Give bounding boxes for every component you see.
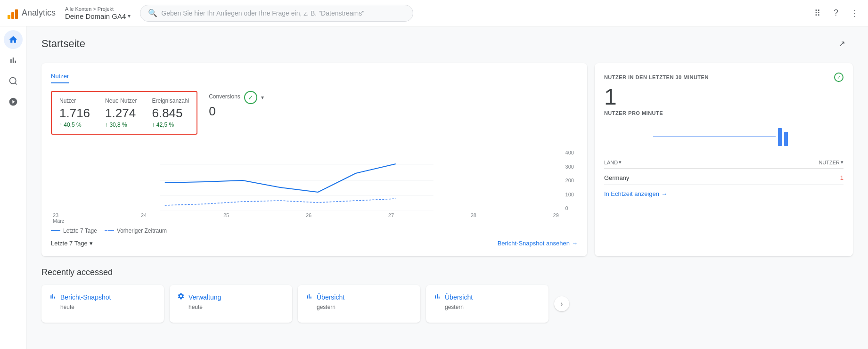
recent-name-0: Bericht-Snapshot [60, 293, 111, 301]
recent-name-1: Verwaltung [188, 293, 221, 301]
breadcrumb: Alle Konten > Projekt Deine Domain GA4 ▾ [65, 6, 131, 20]
realtime-count: 1 [604, 86, 843, 108]
metric-neue-nutzer: Neue Nutzer 1.274 30,8 % [105, 97, 137, 128]
metric-ereignisanzahl-label: Ereignisanzahl [152, 97, 189, 104]
metric-nutzer-label: Nutzer [59, 97, 90, 104]
metric-ereignisanzahl-value: 6.845 [152, 106, 189, 121]
page-header: Startseite ↗ [41, 38, 853, 50]
breadcrumb-domain[interactable]: Deine Domain GA4 ▾ [65, 12, 131, 20]
customize-icon[interactable]: ↗ [838, 39, 845, 49]
tab-nutzer[interactable]: Nutzer [51, 73, 69, 83]
y-axis: 400 300 200 100 0 [562, 150, 578, 211]
metric-ereignisanzahl-change: 42,5 % [152, 122, 189, 128]
realtime-header: NUTZER IN DEN LETZTEN 30 MINUTEN ✓ [604, 73, 843, 82]
app-title: Analytics [22, 8, 56, 18]
svg-rect-8 [778, 128, 782, 146]
sidebar-item-reports[interactable] [4, 51, 23, 70]
metric-conversions-label: Conversions [209, 93, 240, 100]
recently-accessed-title: Recently accessed [41, 268, 853, 277]
recent-icon-3 [434, 292, 441, 302]
apps-icon[interactable]: ⠿ [811, 8, 823, 18]
country-count: 1 [840, 174, 843, 181]
analytics-logo [8, 8, 18, 19]
country-table-header: LAND ▾ NUTZER ▾ [604, 159, 843, 169]
legend-line-dashed [105, 230, 114, 231]
search-placeholder: Geben Sie hier Ihr Anliegen oder Ihre Fr… [161, 9, 364, 17]
y-label-100: 100 [565, 192, 574, 197]
y-label-300: 300 [565, 164, 574, 170]
metric-neue-nutzer-change: 30,8 % [105, 122, 137, 128]
realtime-title: NUTZER IN DEN LETZTEN 30 MINUTEN [604, 74, 709, 80]
sidebar-item-advertising[interactable] [4, 92, 23, 111]
more-icon[interactable]: ⋮ [849, 8, 860, 18]
recent-icon-0 [49, 292, 57, 302]
recent-icon-1 [177, 292, 185, 302]
metric-nutzer: Nutzer 1.716 40,5 % [59, 97, 90, 128]
breadcrumb-top: Alle Konten > Projekt [65, 6, 131, 12]
recent-icon-2 [305, 292, 313, 302]
card-tab-bar: Nutzer [51, 73, 69, 83]
svg-line-1 [15, 83, 16, 85]
metric-neue-nutzer-value: 1.274 [105, 106, 137, 121]
y-label-400: 400 [565, 150, 574, 155]
mini-chart-area [604, 123, 843, 152]
search-bar[interactable]: 🔍 Geben Sie hier Ihr Anliegen oder Ihre … [140, 5, 413, 22]
metric-conversions-section: Conversions ✓ ▾ 0 [209, 91, 264, 119]
metric-conversions-value: 0 [209, 104, 264, 119]
chevron-right-icon: › [560, 300, 563, 308]
top-header: Analytics Alle Konten > Projekt Deine Do… [0, 0, 868, 26]
logo-area: Analytics [8, 8, 56, 19]
recent-name-2: Übersicht [317, 293, 344, 301]
arrow-right-icon: → [572, 240, 578, 247]
col-header-land[interactable]: LAND ▾ [604, 159, 622, 165]
chevron-down-icon: ▾ [128, 13, 131, 19]
metric-nutzer-change: 40,5 % [59, 122, 90, 128]
chart-svg [51, 150, 562, 211]
time-selector-label: Letzte 7 Tage [51, 240, 88, 247]
x-label-24: 24 [141, 212, 147, 224]
recent-card-0[interactable]: Bericht-Snapshot heute [41, 285, 164, 323]
recent-card-1[interactable]: Verwaltung heute [170, 285, 292, 323]
x-label-27: 27 [388, 212, 394, 224]
x-label-28: 28 [471, 212, 476, 224]
chart-x-labels: 23März 24 25 26 27 28 29 [51, 212, 578, 224]
x-label-26: 26 [306, 212, 311, 224]
metric-nutzer-value: 1.716 [59, 106, 90, 121]
sort-icon-users: ▾ [841, 159, 843, 165]
help-icon[interactable]: ? [830, 8, 842, 18]
legend-line-solid [51, 230, 60, 231]
recent-date-2: gestern [305, 304, 413, 310]
svg-point-0 [9, 78, 16, 84]
country-row-germany: Germany 1 [604, 171, 843, 185]
y-label-200: 200 [565, 178, 574, 183]
time-selector-chevron: ▾ [90, 240, 93, 247]
sidebar-item-home[interactable] [4, 30, 23, 49]
x-label-29: 29 [553, 212, 559, 224]
recent-date-0: heute [49, 304, 156, 310]
realtime-subtitle: NUTZER PRO MINUTE [604, 110, 843, 116]
conversions-header: Conversions ✓ ▾ [209, 91, 264, 104]
main-layout: Startseite ↗ Nutzer Nutzer 1.716 40,5 % [0, 26, 868, 349]
report-snapshot-link[interactable]: Bericht-Snapshot ansehen → [498, 240, 578, 247]
next-button[interactable]: › [554, 296, 569, 311]
all-metrics-row: Nutzer 1.716 40,5 % Neue Nutzer 1.274 30… [51, 91, 578, 142]
page-title: Startseite [41, 38, 85, 50]
recent-date-3: gestern [434, 304, 541, 310]
conversions-dropdown-icon[interactable]: ▾ [261, 94, 264, 101]
recently-accessed-section: Recently accessed Bericht-Snapshot heute [41, 268, 853, 323]
recent-card-2[interactable]: Übersicht gestern [298, 285, 420, 323]
legend-current: Letzte 7 Tage [51, 227, 97, 234]
recent-name-3: Übersicht [445, 293, 473, 301]
time-selector[interactable]: Letzte 7 Tage ▾ [51, 240, 93, 247]
metrics-highlighted: Nutzer 1.716 40,5 % Neue Nutzer 1.274 30… [51, 91, 197, 135]
sidebar-item-explore[interactable] [4, 72, 23, 90]
realtime-card: NUTZER IN DEN LETZTEN 30 MINUTEN ✓ 1 NUT… [595, 63, 853, 256]
y-label-0: 0 [565, 205, 574, 211]
svg-rect-9 [784, 132, 788, 146]
col-header-nutzer[interactable]: NUTZER ▾ [819, 159, 843, 165]
legend-previous-label: Vorheriger Zeitraum [117, 227, 167, 234]
recent-card-3[interactable]: Übersicht gestern [426, 285, 549, 323]
realtime-link[interactable]: In Echtzeit anzeigen → [604, 190, 843, 197]
main-stats-card: Nutzer Nutzer 1.716 40,5 % Neue Nutzer 1… [41, 63, 587, 256]
recently-row: Bericht-Snapshot heute Verwaltung heute [41, 285, 853, 323]
